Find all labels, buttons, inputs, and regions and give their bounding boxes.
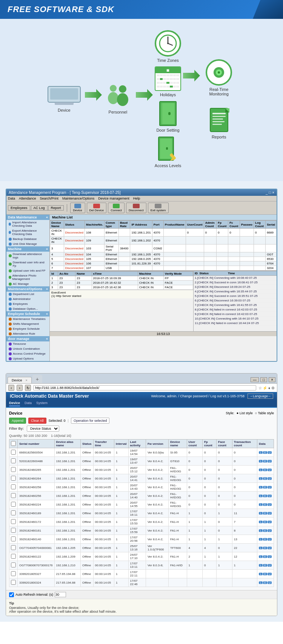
toolbar-exit-btn[interactable]: Exit system (148, 203, 169, 213)
leu-badge[interactable]: U (268, 529, 272, 532)
iclock-table-row[interactable]: 3929182460258192.168.1.201Offline00:00:1… (9, 483, 274, 492)
leu-badge[interactable]: E (263, 521, 267, 523)
iclock-table-row[interactable]: 3399201805327217.65.194.88Offline00:00:1… (9, 570, 274, 578)
table-style-option[interactable]: ○ Table style (255, 411, 274, 415)
leu-badge[interactable]: U (268, 477, 272, 480)
sidebar-item-import-attendance[interactable]: Import Attendance Checking Data (6, 220, 49, 228)
toolbar-del-device-btn[interactable]: Del Device (87, 203, 107, 213)
row-checkbox[interactable] (11, 502, 16, 507)
sidebar-item-access-control[interactable]: Access Control Privilege (6, 351, 49, 356)
iclock-table-row[interactable]: 3929182460224192.168.1.201Offline00:00:1… (9, 500, 274, 509)
browser-forward-btn[interactable]: › (17, 385, 23, 391)
row-checkbox[interactable] (11, 467, 16, 472)
machine-table-row[interactable]: 3Disconnected103Serial Port/38400COM2 (50, 244, 277, 252)
filter-select[interactable]: Device Status (27, 426, 59, 432)
iclock-table-row[interactable]: 52031822600486192.168.1.201Offline00:00:… (9, 457, 274, 466)
sidebar-item-employees[interactable]: Employees (6, 301, 49, 306)
iclock-table-row[interactable]: 3929182460256192.168.1.201Offline00:00:1… (9, 492, 274, 500)
leu-badge[interactable]: E (263, 573, 267, 575)
row-checkbox[interactable] (11, 554, 16, 559)
tab-employees[interactable]: Employees (8, 205, 30, 210)
menu-device-mgmt[interactable]: Device management (98, 197, 129, 200)
tab-ac-log[interactable]: AC Log (31, 205, 48, 210)
leu-badge[interactable]: L (259, 547, 263, 549)
iclock-table-row[interactable]: 3929182460140192.168.1.201Offline00:00:1… (9, 535, 274, 544)
clear-all-btn[interactable]: Clear All (28, 418, 46, 424)
leu-badge[interactable]: L (259, 503, 263, 506)
machine-table-row[interactable]: 6Disconnected106Ethernet101.81.228.39437… (50, 261, 277, 266)
leu-badge[interactable]: U (268, 573, 272, 575)
row-checkbox[interactable] (11, 563, 16, 567)
leu-badge[interactable]: L (259, 477, 263, 480)
iclock-table-row[interactable]: 3929182460172192.168.1.201Offline00:00:1… (9, 518, 274, 526)
leu-badge[interactable]: L (259, 573, 263, 575)
sidebar-section-door-manage[interactable]: door manage« (6, 336, 49, 341)
sidebar-item-export-attendance[interactable]: Export Attendance Checking Data (6, 228, 49, 237)
sidebar-item-ac-manage[interactable]: AC Manage (6, 281, 49, 286)
iclock-col-device-name[interactable]: Device name (169, 440, 187, 448)
iclock-table-row[interactable]: OGT704005704l300081192.168.1.205Offline0… (9, 544, 274, 552)
iclock-nav-system[interactable]: System (36, 401, 48, 406)
sidebar-section-employee-schedule[interactable]: Employee Schedule« (6, 311, 49, 317)
leu-badge[interactable]: U (268, 538, 272, 541)
browser-close[interactable]: × (269, 377, 275, 382)
browser-back-btn[interactable]: ‹ (8, 385, 14, 391)
leu-badge[interactable]: L (259, 529, 263, 532)
iclock-col-transaction[interactable]: Transaction count (232, 440, 257, 448)
sidebar-item-unlock-combo[interactable]: Unlock Combination (6, 346, 49, 351)
row-checkbox[interactable] (11, 571, 16, 576)
iclock-col-transfer[interactable]: Transfer time (93, 440, 114, 448)
iclock-nav-data[interactable]: Data (25, 401, 32, 406)
machine-table-row[interactable]: 4Disconnected104Ethernet192.168.1.205437… (50, 252, 277, 257)
leu-badge[interactable]: E (263, 512, 267, 515)
leu-badge[interactable]: U (268, 521, 272, 523)
leu-badge[interactable]: E (263, 495, 267, 497)
iclock-col-status[interactable]: Status (81, 440, 93, 448)
row-checkbox[interactable] (11, 536, 16, 541)
row-checkbox[interactable] (11, 519, 16, 524)
leu-badge[interactable]: E (263, 451, 267, 454)
leu-badge[interactable]: E (263, 486, 267, 489)
leu-badge[interactable]: L (259, 538, 263, 541)
iclock-table-row[interactable]: 66691825600504192.168.1.201Offline00:00:… (9, 448, 274, 457)
iclock-table-row[interactable]: 3929182460265192.168.1.201Offline00:00:1… (9, 466, 274, 474)
sidebar-item-emp-schedule[interactable]: Employee Schedule (6, 326, 49, 331)
machine-table-row[interactable]: CHECK INDisconnected108Ethernet192.168.1… (50, 229, 277, 237)
leu-badge[interactable]: U (268, 460, 272, 463)
leu-badge[interactable]: L (259, 564, 263, 567)
row-checkbox[interactable] (11, 545, 16, 550)
iclock-col-user-count[interactable]: User count (187, 440, 202, 448)
leu-badge[interactable]: E (263, 555, 267, 558)
list-style-option[interactable]: ● List style (237, 411, 253, 415)
leu-badge[interactable]: U (268, 451, 272, 454)
leu-badge[interactable]: U (268, 547, 272, 549)
leu-badge[interactable]: U (268, 495, 272, 497)
leu-badge[interactable]: L (259, 469, 263, 471)
iclock-col-alias[interactable]: Device alias name (54, 440, 81, 448)
sidebar-item-db-option[interactable]: Database Option... (6, 306, 49, 311)
select-all-checkbox[interactable] (11, 441, 16, 446)
menu-attendance[interactable]: Attendance (19, 197, 36, 200)
sidebar-section-machine[interactable]: Machine« (6, 246, 49, 252)
language-btn[interactable]: →Language← (248, 393, 273, 399)
log-table-row[interactable]: 223232018-07-25 16:42:32CHECK INFACE (50, 281, 193, 285)
sidebar-item-unb-disk[interactable]: Unb Disk Manage (6, 241, 49, 246)
leu-badge[interactable]: U (268, 555, 272, 558)
sidebar-item-upload-options[interactable]: Upload Options (6, 356, 49, 361)
leu-badge[interactable]: U (268, 503, 272, 506)
machine-table-row[interactable]: 7Disconnected107USB3204 (50, 266, 277, 271)
leu-badge[interactable]: U (268, 469, 272, 471)
iclock-table-row[interactable]: 3929182460264192.168.1.201Offline00:00:1… (9, 474, 274, 483)
sidebar-item-timetables[interactable]: Maintenance Timetables (6, 317, 49, 321)
sidebar-section-maintenance[interactable]: Maintenance/Options« (6, 286, 49, 292)
machine-table-row[interactable]: 5Disconnected105Ethernet192.168.0.205437… (50, 257, 277, 261)
auto-refresh-input[interactable] (55, 592, 66, 597)
iclock-table-row[interactable]: OGT7080067073000176192.168.1.210Offline0… (9, 561, 274, 570)
row-checkbox[interactable] (11, 476, 16, 481)
leu-badge[interactable]: U (268, 512, 272, 515)
log-table-row[interactable]: 123232018-07-25 16:09:39CHECK INFP (50, 276, 193, 281)
leu-badge[interactable]: E (263, 529, 267, 532)
row-checkbox[interactable] (11, 528, 16, 533)
machine-table-row[interactable]: CHECK INDisconnected109Ethernet192.168.1… (50, 237, 277, 244)
log-table-row[interactable]: 323232018-07-25 16:42:36CHECK INFACE (50, 285, 193, 290)
